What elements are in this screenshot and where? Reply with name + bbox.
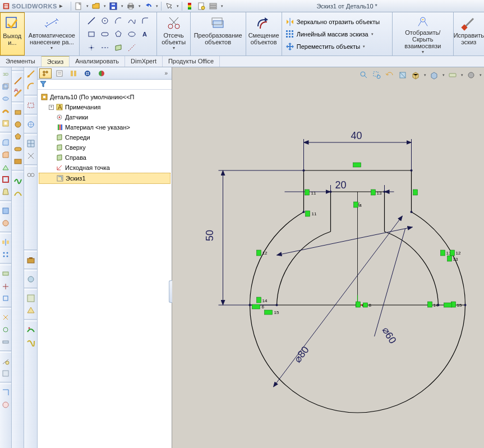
sketch-tool-line[interactable] — [13, 76, 23, 86]
view-btn-curve2[interactable] — [26, 325, 36, 335]
tree-origin[interactable]: Исходная точка — [39, 163, 170, 173]
filter-bar[interactable] — [38, 80, 172, 90]
vbtn-cut[interactable] — [1, 118, 11, 128]
view-btn-1[interactable] — [26, 69, 36, 79]
save-button[interactable] — [109, 2, 118, 11]
sketch-tool-spline2[interactable] — [13, 175, 23, 186]
vbtn-chamfer[interactable] — [1, 150, 11, 160]
dim-40[interactable]: 40 — [351, 130, 362, 141]
rebuild-button[interactable] — [185, 2, 194, 11]
tab-sketch[interactable]: Эскиз — [42, 56, 70, 67]
vbtn-extrude[interactable] — [1, 81, 11, 91]
polygon-tool[interactable] — [112, 28, 125, 40]
vbtn-p1[interactable] — [1, 269, 11, 279]
convert-entities-button[interactable]: Преобразование объектов — [191, 12, 246, 56]
tree-annotations[interactable]: + A Примечания — [39, 102, 170, 112]
sketch-tool-poly[interactable] — [13, 132, 23, 142]
trim-button[interactable]: Отсечь объекты ▾ — [157, 12, 190, 56]
print-button[interactable] — [126, 2, 135, 11]
line-tool[interactable] — [85, 15, 98, 27]
dim-d80[interactable]: ⌀80 — [292, 344, 311, 365]
sketch-tool-slot[interactable] — [13, 144, 23, 154]
exit-sketch-button[interactable]: Выход и... — [0, 12, 25, 56]
tree-plane-top[interactable]: Сверху — [39, 142, 170, 153]
vbtn-r3[interactable] — [1, 337, 11, 347]
tab-dimxpert[interactable]: DimXpert — [125, 56, 163, 67]
view-btn-material[interactable] — [26, 274, 36, 284]
tab-dimxpert-manager[interactable] — [81, 68, 94, 78]
tree-sketch1[interactable]: Эскиз1 — [39, 173, 170, 184]
tab-office[interactable]: Продукты Office — [163, 56, 220, 67]
new-button[interactable] — [74, 2, 83, 11]
construction-tool[interactable] — [126, 41, 138, 54]
logo-dropdown[interactable]: ▶ — [59, 4, 63, 8]
view-btn-curve3[interactable] — [26, 337, 36, 347]
vbtn-revolve[interactable] — [1, 94, 11, 104]
view-btn-2[interactable] — [26, 81, 36, 91]
vbtn-m2[interactable] — [1, 368, 11, 378]
view-btn-toolbox[interactable] — [26, 255, 36, 265]
view-btn-6[interactable] — [26, 151, 36, 161]
vbtn-fillet[interactable] — [1, 137, 11, 147]
smart-dimension-button[interactable]: Автоматическое нанесение ра... ▾ — [25, 12, 80, 56]
repair-sketch-button[interactable]: Исправить эскиз — [454, 12, 484, 56]
vbtn-shell[interactable] — [1, 174, 11, 184]
view-btn-4[interactable] — [26, 119, 36, 130]
tree-root[interactable]: Деталь10 (По умолчанию<<П — [39, 92, 170, 102]
linear-pattern-button[interactable]: Линейный массив эскиза▾ — [285, 28, 374, 40]
options-button[interactable] — [209, 2, 218, 11]
vbtn-geo2[interactable] — [1, 218, 11, 228]
vbtn-sweep[interactable] — [1, 106, 11, 116]
vbtn-pattern[interactable] — [1, 250, 11, 260]
sketch-tool-rect[interactable] — [13, 107, 23, 117]
view-btn-7[interactable] — [26, 170, 36, 180]
centerline-tool[interactable] — [99, 41, 111, 54]
open-button[interactable] — [91, 2, 100, 11]
vbtn-rib[interactable] — [1, 162, 11, 172]
view-btn-5[interactable] — [26, 138, 36, 149]
dim-20[interactable]: 20 — [335, 179, 347, 191]
vbtn-p2[interactable] — [1, 281, 11, 291]
tab-feature-tree[interactable] — [39, 68, 52, 78]
slot-tool[interactable] — [99, 28, 111, 40]
tree-plane-right[interactable]: Справа — [39, 153, 170, 163]
plane-tool[interactable] — [112, 41, 125, 54]
move-entities-button[interactable]: Переместить объекты▾ — [285, 40, 365, 53]
tree-plane-front[interactable]: Спереди — [39, 132, 170, 142]
vbtn-r2[interactable] — [1, 325, 11, 335]
view-btn-3[interactable] — [26, 100, 36, 110]
tab-configuration[interactable] — [67, 68, 80, 78]
view-btn-q1[interactable] — [26, 293, 36, 303]
graphics-area[interactable]: ▾ ▾ ▾ ▾ — [172, 67, 484, 448]
arc-tool[interactable] — [112, 15, 125, 27]
spline-tool[interactable] — [126, 15, 138, 27]
display-relations-button[interactable]: Отобразить/Скрыть взаимосвязи ▾ — [393, 12, 454, 56]
rectangle-tool[interactable] — [85, 28, 98, 40]
tab-property-manager[interactable] — [53, 68, 66, 78]
fillet-tool[interactable] — [139, 15, 151, 27]
circle-tool[interactable] — [99, 15, 111, 27]
vbtn-3d[interactable]: 3D — [1, 69, 11, 79]
text-tool[interactable]: A — [139, 28, 151, 40]
sketch-tool-curve[interactable] — [13, 188, 23, 198]
tab-display-manager[interactable] — [95, 68, 108, 78]
dim-50[interactable]: 50 — [204, 230, 215, 241]
vbtn-c2[interactable] — [1, 400, 11, 410]
vbtn-p3[interactable] — [1, 293, 11, 303]
tree-material[interactable]: Материал <не указан> — [39, 122, 170, 132]
sketch-tool-circle[interactable] — [13, 119, 23, 130]
dim-d60[interactable]: ⌀60 — [380, 325, 398, 346]
tab-evaluate[interactable]: Анализировать — [70, 56, 125, 67]
view-btn-q2[interactable] — [26, 306, 36, 316]
vbtn-draft[interactable] — [1, 187, 11, 197]
vbtn-m1[interactable] — [1, 356, 11, 366]
panel-collapse-button[interactable]: » — [162, 70, 170, 76]
vbtn-mirror[interactable] — [1, 237, 11, 247]
ellipse-tool[interactable] — [126, 28, 138, 40]
point-tool[interactable] — [85, 41, 98, 54]
file-properties-button[interactable] — [197, 2, 206, 11]
tab-features[interactable]: Элементы — [0, 56, 42, 67]
vbtn-geo1[interactable] — [1, 206, 11, 216]
offset-entities-button[interactable]: Смещение объектов — [246, 12, 282, 56]
tree-sensors[interactable]: Датчики — [39, 112, 170, 122]
